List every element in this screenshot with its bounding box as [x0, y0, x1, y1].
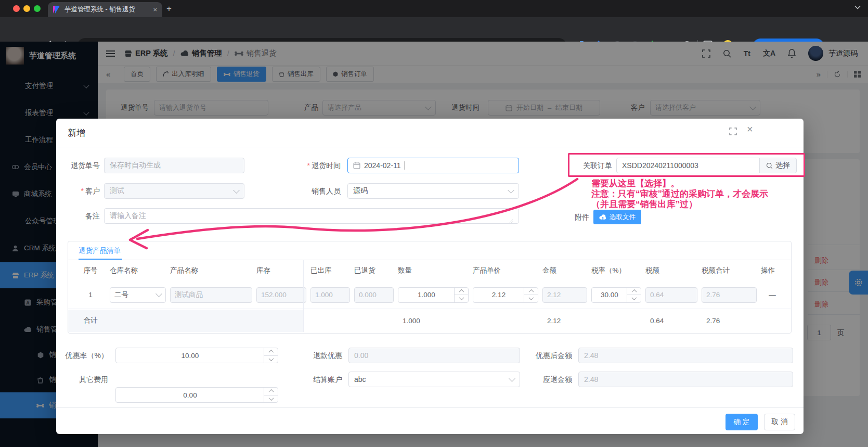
add-dialog: 新增 × 退货单号 保存时自动生成 *退货时间 2024-02-11 关联订单 … — [56, 119, 804, 434]
product-name-input[interactable]: 测试商品 — [170, 287, 252, 303]
product-table-row: 1 二号 测试商品 152.000 1.000 0.000 1.000 2.12… — [68, 281, 791, 309]
discounted-amount-input[interactable]: 2.48 — [578, 348, 793, 363]
qty-stepper[interactable] — [454, 288, 468, 302]
row-action-empty: — — [761, 291, 784, 299]
settlement-account-label: 结算账户 — [296, 372, 342, 387]
new-tab-button[interactable]: + — [166, 4, 172, 13]
related-order-input[interactable]: XSDD20240211000003 — [616, 158, 760, 173]
chevron-down-icon — [233, 187, 240, 194]
price-stepper[interactable] — [524, 288, 538, 302]
related-order-choose-button[interactable]: 选择 — [759, 158, 797, 173]
total-qty: 1.000 — [398, 317, 469, 325]
window-zoom-button[interactable] — [34, 5, 41, 12]
resize-handle-icon[interactable] — [509, 219, 513, 223]
other-fee-stepper[interactable] — [264, 388, 278, 402]
cancel-button[interactable]: 取 消 — [764, 414, 795, 430]
window-close-button[interactable] — [13, 5, 20, 12]
product-table-total-row: 合计 1.000 2.12 0.64 2.76 — [68, 309, 791, 332]
return-time-label: *退货时间 — [278, 158, 341, 173]
refund-amount-label: 应退金额 — [517, 372, 572, 387]
qty-input[interactable]: 1.000 — [398, 287, 469, 303]
attachment-label: 附件 — [546, 209, 589, 225]
window-minimize-button[interactable] — [23, 5, 30, 12]
browser-toolbar: 127.0.0.1/erp/sale/return 6 — [0, 17, 868, 42]
product-table-header: 序号 仓库名称 产品名称 库存 已出库 已退货 数量 产品单价 金额 税率（%）… — [68, 260, 791, 281]
discounted-amount-label: 优惠后金额 — [517, 348, 572, 363]
confirm-button[interactable]: 确 定 — [726, 414, 758, 430]
site-favicon-icon — [53, 6, 60, 14]
chevron-down-icon — [156, 290, 162, 297]
salesperson-select[interactable]: 源码 — [347, 183, 519, 199]
tax-input[interactable]: 0.64 — [645, 287, 697, 303]
return-no-label: 退货单号 — [56, 158, 100, 173]
dialog-fullscreen-icon[interactable] — [729, 127, 737, 135]
customer-label: *客户 — [56, 183, 100, 199]
browser-tab-title: 芋道管理系统 - 销售退货 — [64, 5, 149, 14]
other-fee-label: 其它费用 — [56, 372, 108, 387]
returned-input[interactable]: 0.000 — [354, 287, 394, 303]
chevron-down-icon — [508, 187, 514, 194]
stock-input[interactable]: 152.000 — [256, 287, 306, 303]
return-time-input[interactable]: 2024-02-11 — [347, 158, 519, 173]
refund-discount-label: 退款优惠 — [296, 348, 342, 363]
total-tax-total: 2.76 — [702, 317, 757, 325]
browser-tab-strip: 芋道管理系统 - 销售退货 × + — [0, 0, 868, 17]
amount-input[interactable]: 2.12 — [542, 287, 587, 303]
total-amount: 2.12 — [542, 317, 587, 325]
remark-input[interactable]: 请输入备注 — [104, 208, 519, 224]
dialog-header-divider — [56, 147, 804, 147]
remark-label: 备注 — [56, 208, 100, 224]
warehouse-select[interactable]: 二号 — [110, 287, 166, 303]
row-index: 1 — [75, 291, 106, 299]
product-list-container: 退货产品清单 序号 仓库名称 产品名称 库存 已出库 已退货 数量 产品单价 金… — [68, 241, 792, 334]
shipped-input[interactable]: 1.000 — [310, 287, 350, 303]
dialog-footer-divider — [56, 407, 804, 408]
total-label: 合计 — [75, 316, 106, 325]
tab-search-icon[interactable] — [854, 5, 861, 9]
related-order-label: 关联订单 — [550, 158, 612, 173]
chevron-down-icon — [509, 375, 515, 382]
total-tax: 0.64 — [645, 317, 697, 325]
upload-file-button[interactable]: 选取文件 — [593, 210, 641, 224]
text-cursor — [405, 161, 405, 170]
customer-select[interactable]: 测试 — [104, 183, 244, 199]
refund-discount-input[interactable]: 0.00 — [348, 348, 520, 363]
discount-rate-stepper[interactable] — [264, 348, 278, 363]
tab-close-icon[interactable]: × — [153, 6, 157, 14]
tax-rate-input[interactable]: 30.00 — [591, 287, 641, 303]
discount-rate-input[interactable]: 10.00 — [115, 348, 278, 363]
discount-rate-label: 优惠率（%） — [56, 348, 108, 363]
dialog-close-icon[interactable]: × — [747, 123, 753, 135]
annotation-text: 需要从这里【选择】。 注意：只有“审核”通过的采购订单，才会展示 （并且需要“销… — [591, 178, 768, 210]
other-fee-input[interactable]: 0.00 — [115, 387, 278, 403]
dialog-title: 新增 — [68, 127, 85, 139]
price-input[interactable]: 2.12 — [473, 287, 538, 303]
fixed-column-divider — [303, 260, 304, 332]
settlement-account-select[interactable]: abc — [348, 372, 520, 387]
refund-amount-input[interactable]: 2.48 — [578, 372, 793, 387]
salesperson-label: 销售人员 — [278, 183, 341, 199]
tax-total-input[interactable]: 2.76 — [702, 287, 757, 303]
tax-rate-stepper[interactable] — [627, 288, 641, 302]
browser-tab[interactable]: 芋道管理系统 - 销售退货 × — [48, 2, 162, 17]
return-no-input[interactable]: 保存时自动生成 — [104, 158, 244, 173]
product-list-tab[interactable]: 退货产品清单 — [79, 246, 121, 256]
screen: 芋道管理系统 - 销售退货 × + 127.0.0.1/erp/sale/ret… — [0, 0, 868, 447]
calendar-icon — [353, 162, 360, 169]
